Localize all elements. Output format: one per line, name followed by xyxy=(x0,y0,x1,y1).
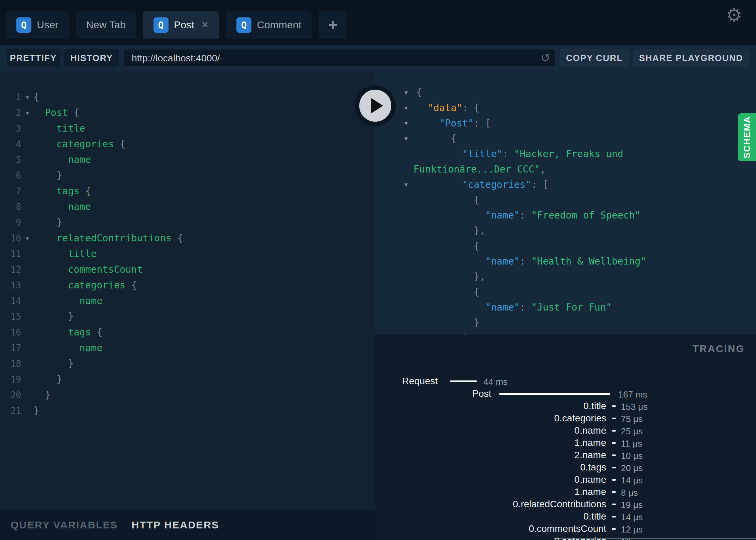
response-line: ▾{ xyxy=(375,85,756,100)
line-number: 10 xyxy=(0,230,21,246)
trace-field-label: 1.name xyxy=(375,437,606,449)
query-badge-icon: Q xyxy=(16,17,31,33)
trace-field-bar xyxy=(612,418,616,419)
endpoint-url-field[interactable]: ↺ xyxy=(124,49,555,67)
reload-schema-icon[interactable]: ↺ xyxy=(541,51,551,64)
tab-comment[interactable]: QComment xyxy=(226,11,311,39)
trace-field-time: 13 μs xyxy=(621,536,643,540)
trace-field-row: 0.categories13 μs xyxy=(375,535,756,540)
line-number: 3 xyxy=(0,121,21,136)
editor-line: 3 title xyxy=(0,121,375,136)
prettify-button[interactable]: PRETTIFY xyxy=(7,49,60,67)
code-text: name xyxy=(33,199,91,215)
fold-arrow-icon[interactable]: ▾ xyxy=(21,89,33,105)
editor-bottom-bar: QUERY VARIABLES HTTP HEADERS xyxy=(0,510,375,540)
execute-query-button[interactable] xyxy=(355,85,396,126)
collapse-arrow-icon[interactable]: ▾ xyxy=(375,177,408,192)
trace-field-row: 0.name14 μs xyxy=(375,474,756,486)
json-text: { xyxy=(416,85,422,100)
code-text: { xyxy=(33,89,39,105)
json-text: } xyxy=(416,315,479,330)
close-tab-icon[interactable]: ✕ xyxy=(201,19,209,30)
trace-bar xyxy=(450,380,477,382)
trace-field-bar xyxy=(612,479,616,481)
line-number: 2 xyxy=(0,105,21,121)
http-headers-tab[interactable]: HTTP HEADERS xyxy=(132,519,219,531)
fold-arrow-icon[interactable]: ▾ xyxy=(21,230,33,246)
new-tab-button[interactable]: + xyxy=(319,11,347,39)
trace-field-time: 153 μs xyxy=(621,401,648,413)
editor-line: 11 title xyxy=(0,246,375,262)
collapse-gutter xyxy=(375,254,408,269)
editor-line: 13 categories { xyxy=(0,278,375,293)
trace-field-row: 0.title14 μs xyxy=(375,510,756,523)
line-number: 15 xyxy=(0,309,21,325)
line-number: 11 xyxy=(0,246,21,262)
tracing-title: TRACING xyxy=(693,343,745,355)
line-number: 5 xyxy=(0,152,21,168)
json-text: "categories": [ xyxy=(416,177,549,192)
code-text: categories { xyxy=(33,136,126,152)
collapse-gutter xyxy=(375,146,408,162)
fold-gutter xyxy=(21,136,33,152)
fold-gutter xyxy=(21,293,33,309)
response-line: "name": "Health & Wellbeing" xyxy=(375,254,756,269)
fold-arrow-icon[interactable]: ▾ xyxy=(21,105,33,121)
query-editor[interactable]: 1▾{2▾ Post {3 title4 categories {5 name6… xyxy=(0,72,375,510)
tab-new-tab[interactable]: New Tab xyxy=(76,11,136,39)
trace-field-label: 0.categories xyxy=(375,412,606,424)
trace-field-row: 1.name11 μs xyxy=(375,437,756,449)
code-text: } xyxy=(33,387,51,403)
fold-gutter xyxy=(21,278,33,293)
history-button[interactable]: HISTORY xyxy=(64,49,119,67)
response-line: "name": "Freedom of Speech" xyxy=(375,208,756,223)
tab-post[interactable]: QPost✕ xyxy=(143,11,219,39)
trace-field-row: 2.name10 μs xyxy=(375,449,756,461)
trace-field-time: 75 μs xyxy=(621,413,643,425)
response-line: }, xyxy=(375,269,756,284)
line-number: 7 xyxy=(0,183,21,199)
trace-field-label: 0.categories xyxy=(375,535,606,540)
trace-field-label: 0.relatedContributions xyxy=(375,498,606,510)
fold-gutter xyxy=(21,262,33,278)
response-line: }, xyxy=(375,223,756,238)
collapse-arrow-icon[interactable]: ▾ xyxy=(375,131,408,146)
code-text: } xyxy=(33,215,62,230)
schema-tab[interactable]: SCHEMA xyxy=(738,113,756,161)
json-text: "data": { xyxy=(416,100,479,116)
code-text: relatedContributions { xyxy=(33,230,183,246)
response-line: Funktionäre...Der CCC", xyxy=(375,162,756,177)
fold-gutter xyxy=(21,168,33,183)
trace-label: Post xyxy=(375,388,491,400)
json-text: "name": "Health & Wellbeing" xyxy=(416,254,646,269)
query-badge-icon: Q xyxy=(154,17,169,33)
trace-field-label: 2.name xyxy=(375,449,606,461)
collapse-gutter xyxy=(375,269,408,284)
trace-field-row: 0.commentsCount12 μs xyxy=(375,523,756,535)
tab-user[interactable]: QUser xyxy=(6,11,69,39)
editor-line: 6 } xyxy=(0,168,375,183)
collapse-gutter xyxy=(375,162,408,177)
collapse-gutter xyxy=(375,284,408,300)
json-text: { xyxy=(416,192,479,208)
fold-gutter xyxy=(21,121,33,136)
trace-request-row: Request 44 ms xyxy=(375,375,756,387)
query-variables-tab[interactable]: QUERY VARIABLES xyxy=(11,519,118,531)
trace-field-bar xyxy=(612,442,616,444)
settings-gear-icon[interactable]: ⚙ xyxy=(726,6,742,25)
trace-field-row: 0.name25 μs xyxy=(375,424,756,437)
trace-field-time: 14 μs xyxy=(621,511,643,523)
graphql-playground-window: QUserNew TabQPost✕QComment+ ⚙ PRETTIFY H… xyxy=(0,0,756,540)
endpoint-url-input[interactable] xyxy=(131,49,535,67)
tab-label: Post xyxy=(174,19,194,31)
trace-field-bar xyxy=(612,454,616,456)
response-viewer: ▾{▾ "data": {▾ "Post": [▾ { "title": "Ha… xyxy=(375,72,756,334)
editor-line: 1▾{ xyxy=(0,89,375,105)
share-playground-button[interactable]: SHARE PLAYGROUND xyxy=(633,49,749,67)
line-number: 1 xyxy=(0,89,21,105)
trace-field-label: 0.commentsCount xyxy=(375,523,606,535)
line-number: 19 xyxy=(0,372,21,387)
trace-field-row: 0.categories75 μs xyxy=(375,412,756,424)
copy-curl-button[interactable]: COPY CURL xyxy=(560,49,629,67)
code-text: name xyxy=(33,293,102,309)
